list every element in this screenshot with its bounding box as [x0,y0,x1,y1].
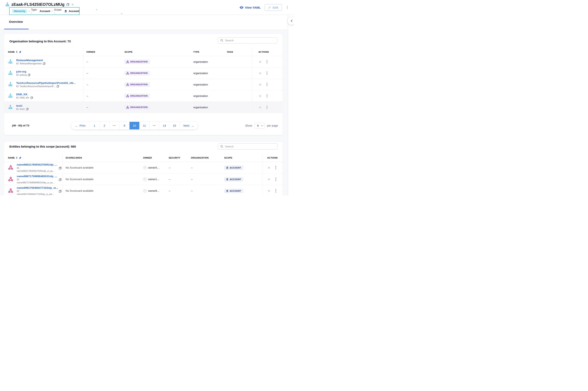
star-icon[interactable]: ★ [258,83,262,87]
row-kebab-menu[interactable] [274,177,278,182]
star-icon[interactable]: ★ [267,189,271,193]
table-row[interactable]: juhi-org ID: juhiorg -- ORGANIZATION org… [4,68,283,79]
entities-table: NAME SCORECARDS OWNER SECURITY ORGANIZAT… [4,154,283,196]
owner-value: -- [86,83,88,86]
layers-icon [226,178,228,181]
org-name-link[interactable]: test1 [16,104,29,107]
star-icon[interactable]: ★ [258,94,262,98]
page-button[interactable]: 9 [120,122,130,129]
page-button[interactable]: 14 [159,122,169,129]
type-value: organization [193,106,208,109]
page-button[interactable]: 2 [100,122,110,129]
star-icon[interactable]: ★ [267,177,271,181]
copy-icon[interactable] [66,3,69,6]
star-icon[interactable]: ★ [258,105,262,109]
entity-id: name98521760935275091idp_ui_au... [17,170,57,172]
entities-search[interactable] [218,143,278,150]
security-value: -- [169,178,170,181]
next-page-button[interactable]: Next→ [179,122,198,129]
favorite-star-icon[interactable]: ★ [71,3,74,6]
entity-id-label: ID: [17,167,57,169]
row-kebab-menu[interactable] [265,59,269,64]
table-row[interactable]: name98521760935275091idp_... ID: name985… [4,162,283,174]
separator-dot [29,11,30,11]
org-name-link[interactable]: DND_KK [16,93,33,96]
copy-icon[interactable] [28,74,30,76]
row-kebab-menu[interactable] [265,71,269,76]
view-yaml-button[interactable]: View YAML [240,6,261,9]
page-ellipsis[interactable]: ••• [149,122,159,129]
org-name-link[interactable]: TestAccResourcePipelineImportFromGit_oN.… [16,82,75,85]
org-search-input[interactable] [225,39,275,42]
arrow-left-icon: ← [75,124,78,127]
copy-icon[interactable] [59,178,62,181]
table-row[interactable]: test1 ID: test1 -- ORGANIZATION organiza… [4,102,283,113]
row-kebab-menu[interactable] [265,82,269,87]
entity-id-label: ID: [17,178,57,181]
org-search[interactable] [218,37,278,44]
type-value: organization [193,72,208,75]
artifact-dot [96,9,97,10]
page-button[interactable]: 15 [169,122,179,129]
org-chart-icon [126,95,129,97]
scope-badge: ORGANIZATION [125,94,150,98]
copy-icon[interactable] [57,85,59,88]
edit-button[interactable]: Edit [265,4,282,11]
header-kebab-menu[interactable] [286,5,289,10]
eye-icon [240,6,243,9]
org-hierarchy-icon [8,94,13,98]
copy-icon[interactable] [30,97,33,99]
copy-icon[interactable] [59,167,62,170]
page-button[interactable]: 11 [140,122,149,129]
row-kebab-menu[interactable] [265,105,269,110]
star-icon[interactable]: ★ [267,166,271,170]
star-icon[interactable]: ★ [258,71,262,75]
org-id: ID: ReleaseManagement [16,62,42,65]
table-row[interactable]: ReleaseManagement ID: ReleaseManagement … [4,56,283,68]
scope-badge: ORGANIZATION [125,83,150,87]
page-button[interactable]: 1 [90,122,100,129]
scope-badge: ORGANIZATION [125,60,150,64]
sort-icon[interactable] [16,157,17,159]
org-hierarchy-icon [8,105,13,110]
per-page-select[interactable]: 5 [254,123,265,129]
table-row[interactable]: name9991759466477325idp_ui... ID: name99… [4,185,283,196]
page-button-active[interactable]: 10 [130,122,140,129]
pager: ←Prev 1 2 ••• 9 10 11 ••• 14 15 Next→ [71,122,198,129]
per-page-label: per page [267,124,278,127]
table-row[interactable]: TestAccResourcePipelineImportFromGit_oN.… [4,79,283,90]
copy-icon[interactable] [43,62,45,65]
organization-value: -- [191,166,193,169]
unknown-owner-icon [143,166,147,169]
table-row[interactable]: DND_KK ID: DND_KK -- ORGANIZATION organi… [4,90,283,102]
page-title: zEaak-FLS425IEO7OLzMUg [11,2,65,7]
scorecards-value: No Scorecard available [66,178,94,181]
star-icon[interactable]: ★ [258,60,262,64]
entity-name-link[interactable]: name98671759898485031idp_... [17,175,57,178]
entity-name-link[interactable]: name98521760935275091idp_... [17,163,57,166]
org-name-link[interactable]: ReleaseManagement [16,59,45,62]
collapse-panel-button[interactable] [288,17,294,25]
sort-icon[interactable] [16,51,17,53]
pagination: (46 - 50) of 73 ←Prev 1 2 ••• 9 10 11 ••… [4,122,283,129]
table-row[interactable]: name98671759898485031idp_... ID: name986… [4,174,283,185]
copy-icon[interactable] [59,190,62,193]
row-kebab-menu[interactable] [274,188,278,193]
copy-icon[interactable] [26,108,29,110]
owner-value: owner6... [148,189,159,192]
org-chart-icon [126,72,129,75]
hierarchy-badge[interactable]: Hierarchy [12,9,27,13]
entities-search-input[interactable] [225,145,275,148]
entity-name-link[interactable]: name9991759466477325idp_ui... [17,186,58,189]
page-ellipsis[interactable]: ••• [110,122,120,129]
pin-icon[interactable] [19,51,21,53]
tab-overview[interactable]: Overview [4,15,29,29]
prev-page-button[interactable]: ←Prev [71,122,90,129]
row-kebab-menu[interactable] [265,94,269,98]
entities-table-header: NAME SCORECARDS OWNER SECURITY ORGANIZAT… [4,154,283,162]
security-value: -- [169,189,170,192]
owner-value: owner5... [148,166,159,169]
org-name-link[interactable]: juhi-org [16,70,30,73]
row-kebab-menu[interactable] [274,165,278,170]
pin-icon[interactable] [19,157,21,159]
